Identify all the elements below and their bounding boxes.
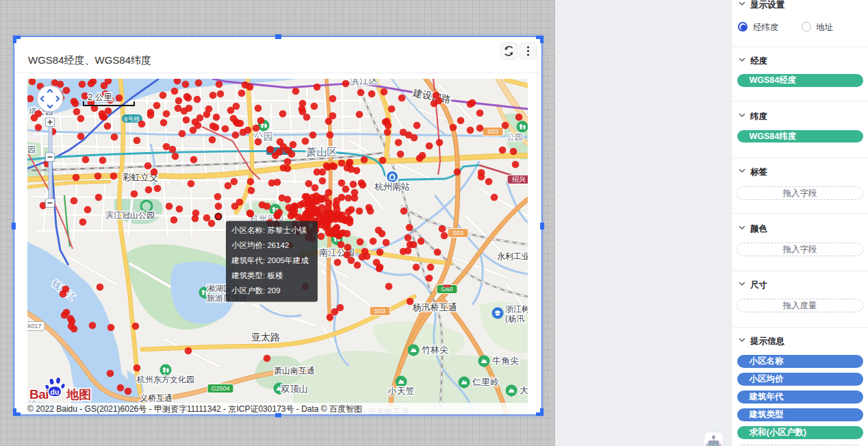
svg-text:竹林尖: 竹林尖 [422, 345, 448, 355]
svg-text:地图: 地图 [66, 388, 91, 401]
svg-text:du: du [50, 387, 59, 395]
svg-text:浙江树: 浙江树 [505, 304, 528, 314]
svg-text:建筑类型: 板楼: 建筑类型: 板楼 [231, 271, 283, 279]
svg-text:杨汛桥互通: 杨汛桥互通 [412, 302, 457, 312]
svg-text:双顶山: 双顶山 [280, 384, 307, 394]
svg-text:滨江冠山公园: 滨江冠山公园 [105, 210, 155, 220]
svg-text:滨江区: 滨江区 [350, 79, 379, 86]
svg-text:2 公里: 2 公里 [88, 92, 112, 102]
svg-text:杭州南站: 杭州南站 [374, 182, 410, 192]
svg-text:义桥互通: 义桥互通 [140, 393, 173, 403]
svg-text:公园: 公园 [507, 132, 523, 142]
svg-text:永利工业园区: 永利工业园区 [497, 251, 528, 261]
svg-text:S03: S03 [487, 128, 498, 135]
svg-text:牛角尖: 牛角尖 [492, 356, 519, 366]
svg-text:仁里岭: 仁里岭 [472, 377, 499, 387]
svg-text:建筑年代: 2005年建成: 建筑年代: 2005年建成 [231, 256, 309, 264]
svg-text:亚太路: 亚太路 [251, 332, 280, 343]
svg-text:S03: S03 [374, 308, 385, 314]
svg-text:杭州东方文化园: 杭州东方文化园 [136, 375, 194, 384]
svg-text:绍兴: 绍兴 [512, 175, 526, 183]
svg-text:大岩: 大岩 [520, 385, 528, 395]
svg-text:小区均价: 26142: 小区均价: 26142 [231, 240, 289, 249]
svg-text:(杨汛: (杨汛 [505, 314, 524, 323]
svg-text:小区户数: 209: 小区户数: 209 [231, 286, 281, 294]
svg-text:萧山南互通: 萧山南互通 [274, 366, 315, 375]
svg-text:G2504: G2504 [211, 385, 229, 392]
svg-text:萧山区: 萧山区 [306, 146, 337, 158]
svg-text:X017: X017 [27, 323, 42, 330]
svg-text:© 2022 Baidu - GS(2021)6026号 -: © 2022 Baidu - GS(2021)6026号 - 甲测资字11111… [27, 404, 362, 414]
svg-text:S03: S03 [452, 230, 463, 236]
svg-text:园: 园 [27, 145, 36, 154]
svg-text:6号线: 6号线 [124, 115, 140, 122]
svg-text:小天笠: 小天笠 [387, 386, 414, 396]
svg-text:小区名称: 苏黎士小镇: 小区名称: 苏黎士小镇 [231, 225, 307, 234]
